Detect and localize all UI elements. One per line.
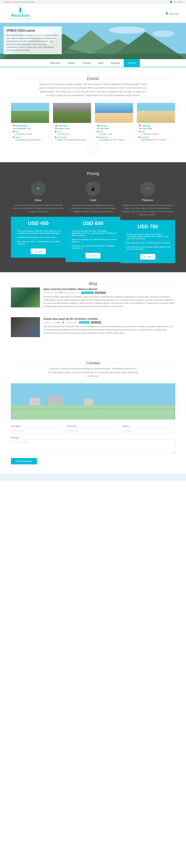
platinum-buy-button[interactable]: 🛒 Buy [140, 254, 155, 259]
event-time-row-2: Time7.15 PM to 9:15 [55, 130, 89, 135]
event-img-2 [53, 103, 91, 123]
gold-box: USD 650 Lorem ipsum dolor sit amet, cons… [65, 217, 120, 262]
blog-meta-1: ● posted by Amy 📅 8th September 2014 HTM… [44, 291, 175, 294]
dot-icon-1 [13, 131, 15, 132]
email-field-group: Your Email [67, 425, 119, 434]
dot-icon-2 [13, 136, 15, 138]
footer [0, 473, 186, 481]
nav-welcome[interactable]: Welcome [46, 59, 64, 67]
blog-content-1: Quis nostrud exercitation ullamco labori… [44, 287, 175, 308]
event-date-3: 6th July 2084 [97, 127, 131, 130]
pricing-section: Pricing ♥ Silver Ut enim ad minim veniam… [0, 162, 186, 272]
svg-rect-10 [0, 54, 186, 59]
dot-icon-6 [97, 136, 98, 138]
event-date-1: 3rd September 2014 [13, 127, 47, 130]
silver-buy-button[interactable]: 🛒 Buy [31, 248, 46, 254]
carousel-next-button[interactable]: › [94, 147, 100, 153]
event-info-3: 📅 Sunday 6th July 2084 Time10.00 AM - 5.… [95, 123, 133, 144]
carousel-prev-button[interactable]: ‹ [86, 147, 92, 153]
blog-tag-2a[interactable]: Info Design [79, 321, 89, 323]
blog-img-1 [11, 287, 40, 307]
pricing-title: Pricing [11, 171, 175, 176]
map-svg [11, 383, 175, 420]
phone-icon: 📱 [90, 186, 96, 192]
subject-input[interactable] [122, 428, 175, 434]
platinum-feature-3: Nisi inventore ut quia et quasi ratione … [124, 245, 171, 251]
dot-icon-7 [139, 131, 140, 132]
dot-icon-5 [97, 131, 98, 132]
calendar-icon-1: 📅 [13, 125, 16, 127]
nav-external[interactable]: External [107, 59, 124, 67]
svg-marker-0 [19, 7, 22, 9]
heart-icon: ♥ [37, 186, 40, 192]
event-venue-row-1: Venue XLifestyle Mall Yangon, Myanmar [13, 136, 47, 141]
logo: Reactive Free Website Template [7, 7, 33, 20]
blog-img-2 [11, 317, 40, 337]
gold-feature-3: Duis aute irure dolor in reprehenderit i… [69, 244, 116, 250]
blog-text-2: Sed ut perspiciatis unde omnis iste natu… [44, 325, 175, 335]
event-info-1: 📅 Wednesday 3rd September 2014 Time10.00… [11, 123, 49, 144]
event-day-3: 📅 Sunday [97, 125, 131, 127]
svg-point-13 [153, 30, 175, 37]
nav-blog[interactable]: Blog [94, 59, 107, 67]
header-user-login[interactable]: 👤 User Login [166, 12, 179, 14]
carousel-controls: ‹ › [11, 147, 175, 153]
svg-rect-15 [11, 405, 175, 420]
gold-desc: Excepteur sint occaecat cupidatat non pr… [65, 204, 120, 213]
blog-tag-1a[interactable]: HTMLS CSS3 [81, 291, 94, 294]
gold-name: Gold [65, 199, 120, 202]
blog-post-2: Eaque ipsa quae ab illo inventore verita… [11, 317, 175, 337]
hero-section: HTML5 CSS3 Layout Aeneanullam libero, ve… [0, 23, 186, 59]
events-description: Reactive is Free Bootstrap website templ… [38, 83, 148, 97]
blog-tag-2b[interactable]: New Travel [91, 321, 101, 323]
svg-rect-16 [29, 398, 40, 405]
blog-post-1-title: Quis nostrud exercitation ullamco labori… [44, 287, 175, 290]
contact-map [11, 383, 175, 420]
blog-divider [11, 313, 175, 314]
gold-feature-1: Lorem ipsum dolor sit amet, consectetur … [69, 229, 116, 238]
email-label: Your Email [67, 425, 119, 427]
logo-title: Reactive [11, 13, 29, 18]
event-card-3: 📅 Sunday 6th July 2084 Time10.00 AM - 5.… [95, 103, 133, 144]
calendar-icon-4: 📅 [139, 125, 141, 127]
blog-tag-1b[interactable]: Responsive [95, 291, 106, 294]
silver-feature-2: Excepteur sint occaecat non proident, su… [15, 235, 62, 240]
cart-icon-platinum: 🛒 [144, 255, 147, 258]
platinum-feature-2: Duis aute irure dolor in reprehenderit i… [124, 241, 171, 245]
message-textarea[interactable] [11, 439, 175, 454]
event-venue-row-3: Capital HallPatong Beach Phuket, Thailan… [97, 136, 131, 141]
pricing-platinum: ✏ Platinum Integer justo lacus, dictum n… [121, 181, 175, 263]
gold-buy-button[interactable]: 🛒 Buy [85, 253, 101, 258]
platinum-name: Platinum [121, 199, 175, 202]
nav-contact[interactable]: Contact [124, 59, 140, 67]
send-message-button[interactable]: Send Message [11, 458, 37, 464]
event-date-4: 2nd June 2064 [139, 127, 173, 130]
nav-pricing[interactable]: Pricing [79, 59, 95, 67]
blog-meta-2: ● posted by George 📅 10th July 2064 Info… [44, 321, 175, 323]
platinum-desc: Integer justo lacus, dictum non lectus v… [121, 204, 175, 216]
dot-icon-8 [139, 136, 140, 138]
email-input[interactable] [67, 428, 119, 434]
user-icon: 👤 [170, 1, 172, 3]
svg-point-12 [109, 27, 145, 34]
svg-point-2 [20, 11, 21, 13]
header: Reactive Free Website Template 👤 User Lo… [0, 4, 186, 23]
event-time-row-1: Time10.00 AM to 4.00 PM [13, 130, 47, 135]
hero-content-box: HTML5 CSS3 Layout Aeneanullam libero, ve… [4, 27, 62, 54]
platinum-features: Ut enim ad minim veniam, quis nostrud ex… [124, 232, 171, 251]
nav-events[interactable]: Events [64, 59, 79, 67]
message-field-group: Message [11, 436, 175, 455]
silver-box: USD 450 Sed ut perspiciatis unde omnis i… [11, 217, 65, 258]
logo-icon [17, 7, 24, 13]
pricing-silver: ♥ Silver Ut enim ad minim veniam, quis n… [11, 181, 65, 263]
blog-author-2: George [54, 321, 60, 323]
subject-field-group: Subject [122, 425, 175, 434]
blog-content-2: Eaque ipsa quae ab illo inventore verita… [44, 317, 175, 337]
name-label: Your Name [11, 425, 64, 427]
cart-icon-gold: 🛒 [89, 254, 92, 257]
name-input[interactable] [11, 428, 64, 434]
user-login-link[interactable]: 👤 User Login [170, 1, 182, 3]
event-time-row-4: Time11.30 AM to 2.30 PM [139, 130, 173, 135]
silver-features: Sed ut perspiciatis unde omnis iste natu… [15, 229, 62, 246]
gold-features: Lorem ipsum dolor sit amet, consectetur … [69, 229, 116, 250]
